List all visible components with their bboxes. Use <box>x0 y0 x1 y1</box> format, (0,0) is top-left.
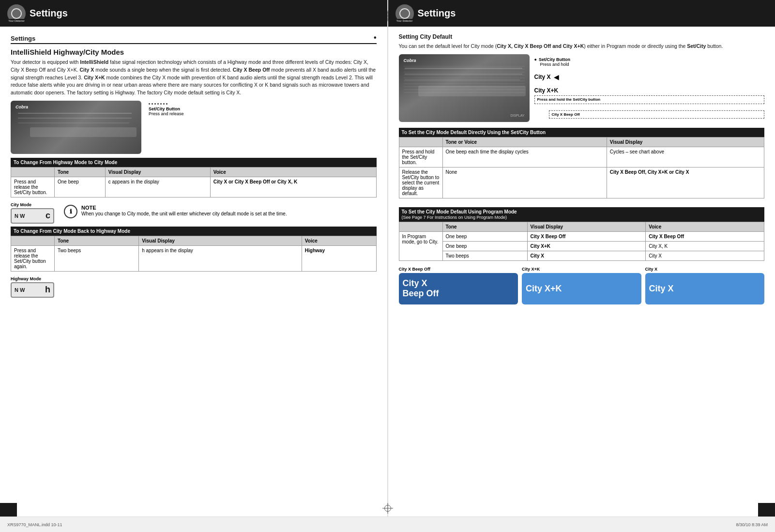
city-xk-label: City X+K <box>534 87 765 94</box>
table2-row1-c4-val: Highway <box>305 248 325 253</box>
dotted-connector <box>149 103 184 105</box>
city-x-line1: City X <box>649 284 761 294</box>
city-nw: N W <box>15 213 25 219</box>
your-detector-badge-right: Your Detector <box>395 19 414 23</box>
city-x-arrow-label: City X <box>534 74 551 80</box>
table2-row1-c2: Two beeps <box>55 245 139 271</box>
city-xk-header: City X+K <box>522 267 641 272</box>
table2-row1-c1: Press and release the Set/City button ag… <box>11 245 55 271</box>
city-x-box: City X City X <box>645 267 765 304</box>
diagram-area: Cobra DISPLAY ● Set/City Button <box>399 54 765 122</box>
settings-section-heading: Settings <box>11 33 377 44</box>
table3-row1-c1: Press and hold the Set/City button. <box>399 147 442 167</box>
city-beep-off-display: City X Beep Off <box>399 273 518 304</box>
city-x-beep-off-annotation: City X Beep Off <box>549 110 765 119</box>
table3-row2-c3: City X Beep Off, City X+K or City X <box>607 167 764 198</box>
right-page-content: Setting City Default You can set the def… <box>388 27 775 515</box>
table2-row1-c4: Highway <box>302 245 376 271</box>
left-device-image: Cobra <box>11 101 141 154</box>
left-page: Your Detector Settings Settings IntelliS… <box>0 0 387 532</box>
city-display-row: City X Beep Off City X Beep Off City X+K… <box>399 267 765 304</box>
left-page-content: Settings IntelliShield Highway/City Mode… <box>0 27 387 515</box>
col1-header <box>11 167 55 177</box>
right-page: Your Detector Settings Setting City Defa… <box>388 0 775 532</box>
table3: Tone or Voice Visual Display Press and h… <box>399 137 765 198</box>
setting-city-default-title: Setting City Default <box>399 33 765 40</box>
right-radar-inner <box>399 8 410 19</box>
highway-mode-screen: N W h <box>11 282 54 298</box>
table1-row1-c2: One beep <box>55 177 106 197</box>
diagram-labels: ● Set/City Button Press and hold City X … <box>530 54 765 122</box>
table1-row1-c4: City X or City X Beep Off or City X, K <box>210 177 376 197</box>
city-letter-c: c <box>46 211 50 221</box>
table4-row2-c2: One beep <box>442 241 527 251</box>
table4-row1-c4: City X Beep Off <box>646 231 764 241</box>
your-detector-badge-left: Your Detector <box>7 19 26 23</box>
city-mode-screen: N W c <box>11 208 54 224</box>
intellishield-title: IntelliShield Highway/City Modes <box>11 48 377 56</box>
press-hold-annotation: Press and hold the Set/City button <box>534 95 765 104</box>
set-city-btn-label: Set/City Button <box>539 57 570 62</box>
table2-col1 <box>11 236 55 245</box>
table4-col4: Voice <box>646 222 764 231</box>
table3-header: To Set the City Mode Default Directly Us… <box>399 128 765 137</box>
city-xk-line1: City X+K <box>526 284 638 294</box>
set-city-label-area: Set/City Button Press and release <box>149 101 184 116</box>
table4-row2-c3: City X+K <box>527 241 646 251</box>
table3-row2-c1: Release the Set/City button to select th… <box>399 167 442 198</box>
city-beep-off-line1: City X <box>403 278 515 289</box>
device-image-row: Cobra <box>11 101 377 154</box>
table3-row2-c2: None <box>442 167 607 198</box>
cobra-logo-left: Cobra <box>15 105 28 109</box>
table3-row1-c2: One beep each time the display cycles <box>442 147 607 167</box>
highway-mode-display: Highway Mode N W h <box>11 276 377 298</box>
right-device-image: Cobra DISPLAY <box>399 54 530 122</box>
col2-header: Tone <box>55 167 106 177</box>
file-name: XRS9770_MANL.indd 10-11 <box>7 522 62 527</box>
city-x-header: City X <box>645 267 765 272</box>
left-page-title: Settings <box>30 8 68 19</box>
table4-row3-c2: Two beeps <box>442 251 527 260</box>
press-release-label: Press and release <box>149 111 184 116</box>
city-beep-off-header: City X Beep Off <box>399 267 518 272</box>
right-page-title: Settings <box>418 8 456 19</box>
table2-col2: Tone <box>55 236 139 245</box>
table1-row1-c1: Press and release the Set/City button. <box>11 177 55 197</box>
note-label: NOTE <box>81 205 96 211</box>
table4-row1-c3: City X Beep Off <box>527 231 646 241</box>
highway-letter-h: h <box>45 285 50 295</box>
table-program-mode: To Set the City Mode Default Using Progr… <box>399 207 765 261</box>
radar-inner-circle <box>11 8 22 19</box>
table2-col3: Visual Display <box>139 236 302 245</box>
setting-city-body: You can set the default level for City m… <box>399 43 765 50</box>
table1: Tone Visual Display Voice Press and rele… <box>11 167 377 198</box>
city-x-pointer: City X ◀ <box>534 73 765 81</box>
highway-nw: N W <box>15 287 25 293</box>
city-xk-display: City X+K <box>522 273 641 304</box>
note-icon: ℹ <box>64 205 77 218</box>
table4-row1-c1: In Program mode, go to City. <box>399 231 442 260</box>
table3-row1-c3: Cycles – see chart above <box>607 147 764 167</box>
left-header-band: Your Detector Settings <box>0 0 387 27</box>
table4-col3: Visual Display <box>527 222 646 231</box>
set-city-button-label: Set/City Button <box>149 106 184 111</box>
table-city-to-highway: To Change From City Mode Back to Highway… <box>11 227 377 272</box>
table4-header: To Set the City Mode Default Using Progr… <box>399 207 765 222</box>
city-mode-label: City Mode <box>11 202 54 207</box>
page-spread: Your Detector Settings Settings IntelliS… <box>0 0 775 532</box>
table4-row2-c4: City X, K <box>646 241 764 251</box>
note-text: When you change to City mode, the unit w… <box>81 211 287 216</box>
table-direct-set-city: To Set the City Mode Default Directly Us… <box>399 128 765 198</box>
table3-col2: Tone or Voice <box>442 137 607 147</box>
col3-header: Visual Display <box>105 167 210 177</box>
table4-col1 <box>399 222 442 231</box>
table4: Tone Visual Display Voice In Program mod… <box>399 222 765 261</box>
col4-header: Voice <box>210 167 376 177</box>
table4-row1-c2: One beep <box>442 231 527 241</box>
table3-col3: Visual Display <box>607 137 764 147</box>
city-beep-off-line2: Beep Off <box>403 289 515 299</box>
bottom-file-strip: XRS9770_MANL.indd 10-11 8/30/10 8:39 AM <box>0 517 775 532</box>
city-mode-note-row: City Mode N W c ℹ NOTE When you change t… <box>11 202 377 224</box>
right-radar-icon: Your Detector <box>395 4 414 23</box>
city-xk-box: City X+K City X+K <box>522 267 641 304</box>
